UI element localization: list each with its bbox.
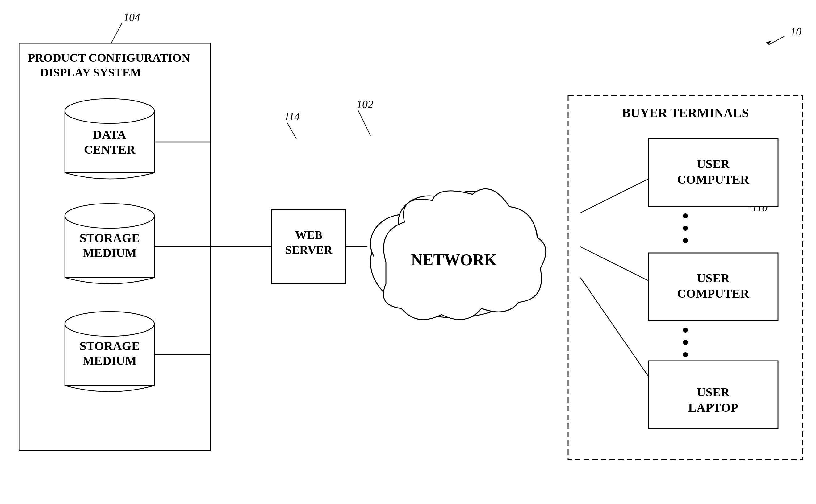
svg-text:DATA: DATA <box>93 128 126 142</box>
svg-line-20 <box>741 404 750 411</box>
svg-rect-69 <box>648 361 778 429</box>
diagram: 10 104 102 114 106 108 108 110 110 112 <box>0 0 816 504</box>
svg-text:STORAGE: STORAGE <box>80 339 140 353</box>
svg-text:112: 112 <box>752 405 768 417</box>
svg-text:108: 108 <box>29 323 46 336</box>
svg-rect-32 <box>65 324 154 386</box>
svg-text:MEDIUM: MEDIUM <box>82 246 137 260</box>
svg-text:108: 108 <box>29 215 46 228</box>
svg-text:SERVER: SERVER <box>285 243 333 256</box>
svg-point-68 <box>683 352 688 357</box>
svg-text:10: 10 <box>790 26 802 38</box>
svg-line-14 <box>43 330 72 333</box>
svg-marker-2 <box>766 41 771 45</box>
svg-point-67 <box>683 340 688 345</box>
svg-point-33 <box>65 312 154 336</box>
svg-rect-57 <box>648 139 778 207</box>
svg-text:WEB: WEB <box>295 229 323 242</box>
svg-line-10 <box>43 123 72 136</box>
svg-line-52 <box>580 179 648 213</box>
svg-text:CENTER: CENTER <box>84 143 136 156</box>
svg-point-50 <box>374 211 534 313</box>
svg-line-1 <box>769 36 784 45</box>
svg-text:DISPLAY SYSTEM: DISPLAY SYSTEM <box>40 66 141 79</box>
svg-point-48 <box>438 191 506 247</box>
svg-text:114: 114 <box>284 110 300 123</box>
svg-text:BUYER TERMINALS: BUYER TERMINALS <box>622 106 749 120</box>
svg-text:NETWORK: NETWORK <box>411 251 497 269</box>
svg-text:LAPTOP: LAPTOP <box>688 401 738 415</box>
svg-point-29 <box>65 204 154 228</box>
svg-text:PRODUCT CONFIGURATION: PRODUCT CONFIGURATION <box>28 51 190 64</box>
svg-text:MEDIUM: MEDIUM <box>82 354 137 368</box>
svg-line-16 <box>741 200 750 207</box>
svg-text:106: 106 <box>29 117 46 129</box>
svg-text:STORAGE: STORAGE <box>80 231 140 245</box>
svg-point-46 <box>371 214 438 273</box>
svg-text:COMPUTER: COMPUTER <box>677 287 749 300</box>
svg-point-49 <box>469 210 537 265</box>
svg-text:110: 110 <box>752 201 768 214</box>
svg-line-53 <box>580 247 648 281</box>
svg-line-12 <box>43 222 72 228</box>
svg-rect-24 <box>65 111 154 173</box>
svg-rect-41 <box>272 210 346 284</box>
svg-line-6 <box>358 110 371 136</box>
svg-text:104: 104 <box>123 11 140 23</box>
svg-line-18 <box>741 304 750 311</box>
svg-line-54 <box>580 278 648 376</box>
svg-point-47 <box>398 196 460 248</box>
svg-point-60 <box>683 213 688 218</box>
svg-rect-28 <box>65 216 154 278</box>
svg-text:102: 102 <box>357 98 373 110</box>
svg-point-66 <box>683 328 688 333</box>
svg-line-4 <box>111 23 122 43</box>
svg-point-45 <box>371 207 537 318</box>
svg-text:USER: USER <box>697 271 730 285</box>
svg-point-61 <box>683 226 688 231</box>
svg-text:USER: USER <box>697 157 730 171</box>
svg-text:110: 110 <box>752 305 768 317</box>
svg-text:COMPUTER: COMPUTER <box>677 172 749 186</box>
svg-text:USER: USER <box>697 385 730 399</box>
svg-point-62 <box>683 238 688 243</box>
svg-line-8 <box>287 123 296 139</box>
svg-rect-63 <box>648 253 778 321</box>
svg-rect-21 <box>19 43 211 450</box>
svg-point-25 <box>65 99 154 123</box>
svg-rect-55 <box>568 96 803 460</box>
